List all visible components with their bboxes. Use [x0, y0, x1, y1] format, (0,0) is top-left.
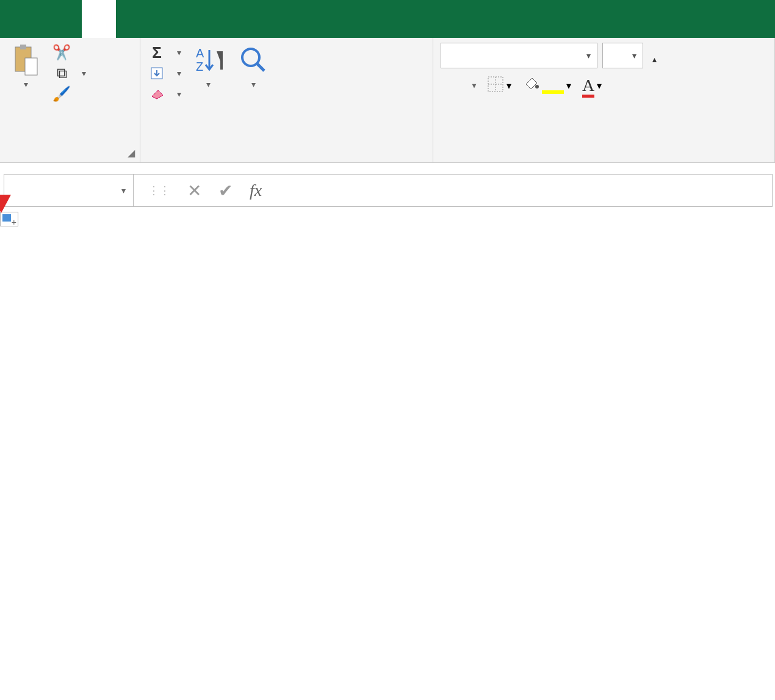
fill-color-button[interactable]: ▾ [522, 76, 571, 95]
clear-button[interactable]: ▾ [148, 87, 181, 101]
svg-rect-2 [25, 58, 37, 75]
sort-filter-button[interactable]: AZ ▾ [190, 43, 226, 101]
autofill-options-icon[interactable] [0, 212, 18, 226]
eraser-icon [148, 87, 166, 101]
caret-down-icon: ▾ [24, 79, 28, 89]
sigma-icon: Σ [148, 45, 166, 60]
border-icon [487, 76, 504, 95]
copy-icon: ⧉ [52, 66, 71, 81]
fill-button[interactable]: ▾ [148, 66, 181, 81]
svg-text:Z: Z [196, 60, 203, 73]
paste-button[interactable]: ▾ [7, 43, 44, 101]
accept-formula-button[interactable]: ✔ [218, 181, 232, 201]
caret-down-icon: ▾ [206, 79, 211, 89]
cancel-formula-button[interactable]: ✕ [187, 181, 201, 201]
underline-button[interactable]: ▾ [470, 81, 476, 90]
tab-layout[interactable] [150, 0, 184, 38]
bucket-icon [522, 76, 539, 95]
caret-down-icon: ▾ [177, 68, 181, 78]
caret-down-icon: ▾ [251, 79, 256, 89]
scissors-icon: ✂️ [52, 45, 71, 60]
caret-down-icon: ▾ [82, 68, 86, 78]
tab-data[interactable] [218, 0, 253, 38]
caret-down-icon: ▾ [586, 51, 591, 60]
insert-function-button[interactable]: fx [250, 181, 262, 200]
clipboard-icon [11, 45, 40, 74]
name-box[interactable]: ▾ [4, 175, 134, 206]
magnifier-icon [239, 45, 268, 74]
ribbon: ▾ ✂️ ⧉ ▾ 🖌️ ◢ [0, 38, 775, 163]
tab-addin[interactable] [48, 0, 82, 38]
tab-view[interactable] [287, 0, 321, 38]
caret-down-icon: ▾ [632, 51, 636, 60]
group-title-font [441, 159, 767, 160]
borders-button[interactable]: ▾ [487, 76, 511, 95]
font-size-combo[interactable]: ▾ [602, 43, 643, 68]
font-color-button[interactable]: A ▾ [582, 76, 602, 95]
tab-formulas[interactable] [184, 0, 218, 38]
svg-line-7 [257, 63, 264, 71]
svg-text:A: A [196, 46, 204, 60]
caret-down-icon: ▾ [566, 80, 571, 92]
tab-insert[interactable] [116, 0, 150, 38]
tab-review[interactable] [253, 0, 287, 38]
caret-down-icon: ▾ [597, 80, 602, 92]
caret-down-icon: ▾ [177, 48, 181, 57]
copy-button[interactable]: ⧉ ▾ [52, 66, 86, 81]
formula-bar: ▾ ⋮⋮ ✕ ✔ fx [4, 174, 773, 207]
caret-down-icon: ▾ [177, 89, 181, 99]
find-select-button[interactable]: ▾ [235, 43, 272, 101]
fill-down-icon [148, 66, 166, 81]
autosum-button[interactable]: Σ ▾ [148, 45, 181, 60]
ribbon-tabs [0, 0, 775, 38]
caret-down-icon: ▾ [506, 80, 511, 92]
group-title-clipboard: ◢ [7, 159, 132, 160]
sort-filter-icon: AZ [193, 45, 223, 74]
group-title-editing [148, 159, 425, 160]
tab-file[interactable] [13, 0, 48, 38]
tab-dev[interactable] [321, 0, 355, 38]
font-name-combo[interactable]: ▾ [441, 43, 597, 68]
format-painter-button[interactable]: 🖌️ [52, 87, 86, 101]
dialog-launcher-icon[interactable]: ◢ [128, 147, 135, 159]
caret-down-icon: ▾ [121, 186, 126, 195]
brush-icon: 🖌️ [52, 87, 71, 101]
svg-point-11 [535, 85, 539, 88]
svg-point-6 [242, 49, 259, 66]
svg-rect-1 [20, 45, 26, 49]
tab-home[interactable] [82, 0, 116, 38]
cut-button[interactable]: ✂️ [52, 45, 86, 60]
